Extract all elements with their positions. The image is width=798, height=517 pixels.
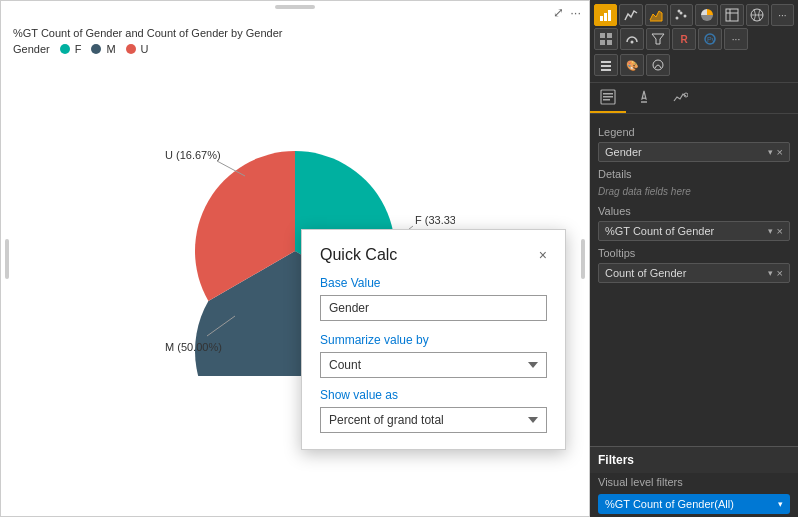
legend-field-text: Gender xyxy=(605,146,642,158)
show-value-label: Show value as xyxy=(320,388,547,402)
expand-icon[interactable]: ⤢ xyxy=(553,5,564,20)
filter-tag[interactable]: %GT Count of Gender(All) ▾ xyxy=(598,494,790,514)
summarize-label: Summarize value by xyxy=(320,333,547,347)
modal-close-button[interactable]: × xyxy=(539,248,547,262)
legend-m-label: M xyxy=(106,43,115,55)
u-label-text: U (16.67%) xyxy=(165,149,221,161)
m-label-text: M (50.00%) xyxy=(165,341,222,353)
tab-format[interactable] xyxy=(626,83,662,113)
tab-analytics[interactable] xyxy=(662,83,698,113)
toolbar-row-1: ··· xyxy=(594,4,794,26)
analytics-icon[interactable] xyxy=(646,54,670,76)
toolbar-row-3: 🎨 xyxy=(594,54,794,76)
slicer-icon[interactable] xyxy=(594,54,618,76)
base-value-label: Base Value xyxy=(320,276,547,290)
svg-point-16 xyxy=(631,41,634,44)
values-field-tag[interactable]: %GT Count of Gender ▾ × xyxy=(598,221,790,241)
bar-chart-icon[interactable] xyxy=(594,4,617,26)
funnel-icon[interactable] xyxy=(646,28,670,50)
tooltips-section-label: Tooltips xyxy=(598,247,790,259)
svg-rect-19 xyxy=(601,61,611,63)
filter-chevron[interactable]: ▾ xyxy=(778,499,783,509)
legend-dot-f xyxy=(60,44,70,54)
svg-rect-12 xyxy=(600,33,605,38)
gauge-icon[interactable] xyxy=(620,28,644,50)
modal-title: Quick Calc xyxy=(320,246,397,264)
quick-calc-modal: Quick Calc × Base Value Summarize value … xyxy=(301,229,566,450)
details-drop-hint: Drag data fields here xyxy=(598,184,790,199)
f-label-text: F (33.33%) xyxy=(415,214,455,226)
values-close[interactable]: × xyxy=(777,225,783,237)
chart-legend: Gender F M U xyxy=(1,41,589,61)
svg-rect-20 xyxy=(601,65,611,67)
svg-point-5 xyxy=(684,15,687,18)
tooltips-chevron[interactable]: ▾ xyxy=(768,268,773,278)
chart-top-icons: ⤢ ··· xyxy=(553,5,581,20)
scatter-icon[interactable] xyxy=(670,4,693,26)
more-visuals-icon[interactable]: ··· xyxy=(771,4,794,26)
resize-handle-right[interactable] xyxy=(581,239,585,279)
tab-fields[interactable] xyxy=(590,83,626,113)
r-icon[interactable]: R xyxy=(672,28,696,50)
svg-rect-2 xyxy=(608,10,611,21)
svg-rect-15 xyxy=(607,40,612,45)
legend-field-tag[interactable]: Gender ▾ × xyxy=(598,142,790,162)
resize-handle-top[interactable] xyxy=(275,5,315,9)
legend-item-m: M xyxy=(91,43,115,55)
pie-chart-icon[interactable] xyxy=(695,4,718,26)
resize-handle-left[interactable] xyxy=(5,239,9,279)
svg-point-3 xyxy=(676,17,679,20)
show-value-select[interactable]: Percent of grand total Running total Dif… xyxy=(320,407,547,433)
toolbar-row-2: R Py ··· xyxy=(594,28,794,50)
paint-icon[interactable]: 🎨 xyxy=(620,54,644,76)
toolbar-section: ··· R Py ··· 🎨 xyxy=(590,0,798,83)
svg-rect-1 xyxy=(604,13,607,21)
details-section-label: Details xyxy=(598,168,790,180)
values-field-text: %GT Count of Gender xyxy=(605,225,714,237)
legend-tag-icons: ▾ × xyxy=(768,146,783,158)
more-icon-2[interactable]: ··· xyxy=(724,28,748,50)
legend-chevron[interactable]: ▾ xyxy=(768,147,773,157)
line-chart-icon[interactable] xyxy=(619,4,642,26)
visual-filters-label: Visual level filters xyxy=(590,473,798,491)
svg-rect-21 xyxy=(601,69,611,71)
tooltips-close[interactable]: × xyxy=(777,267,783,279)
legend-dot-m xyxy=(91,44,101,54)
values-tag-icons: ▾ × xyxy=(768,225,783,237)
values-chevron[interactable]: ▾ xyxy=(768,226,773,236)
svg-point-6 xyxy=(678,10,681,13)
table-chart-icon[interactable] xyxy=(720,4,743,26)
svg-rect-14 xyxy=(600,40,605,45)
python-icon[interactable]: Py xyxy=(698,28,722,50)
legend-section-label: Legend xyxy=(598,126,790,138)
svg-rect-26 xyxy=(603,99,610,101)
values-section-label: Values xyxy=(598,205,790,217)
filters-header: Filters xyxy=(590,446,798,473)
legend-u-label: U xyxy=(141,43,149,55)
filter-tag-text: %GT Count of Gender(All) xyxy=(605,498,734,510)
legend-close[interactable]: × xyxy=(777,146,783,158)
svg-rect-24 xyxy=(603,93,613,95)
legend-item-f: F xyxy=(60,43,82,55)
map-icon[interactable] xyxy=(746,4,769,26)
svg-text:Py: Py xyxy=(707,36,716,44)
tooltips-field-tag[interactable]: Count of Gender ▾ × xyxy=(598,263,790,283)
svg-rect-13 xyxy=(607,33,612,38)
grid-icon[interactable] xyxy=(594,28,618,50)
modal-header: Quick Calc × xyxy=(320,246,547,264)
fields-section: Legend Gender ▾ × Details Drag data fiel… xyxy=(590,114,798,446)
svg-rect-0 xyxy=(600,16,603,21)
more-options-icon[interactable]: ··· xyxy=(570,5,581,20)
legend-dot-u xyxy=(126,44,136,54)
legend-f-label: F xyxy=(75,43,82,55)
svg-rect-7 xyxy=(726,9,738,21)
tooltips-field-text: Count of Gender xyxy=(605,267,686,279)
chart-panel: ⤢ ··· %GT Count of Gender and Count of G… xyxy=(0,0,590,517)
base-value-input[interactable] xyxy=(320,295,547,321)
chart-title: %GT Count of Gender and Count of Gender … xyxy=(1,23,589,41)
tooltips-tag-icons: ▾ × xyxy=(768,267,783,279)
area-chart-icon[interactable] xyxy=(645,4,668,26)
tab-row xyxy=(590,83,798,114)
summarize-select[interactable]: Count Sum Average xyxy=(320,352,547,378)
legend-item-u: U xyxy=(126,43,149,55)
